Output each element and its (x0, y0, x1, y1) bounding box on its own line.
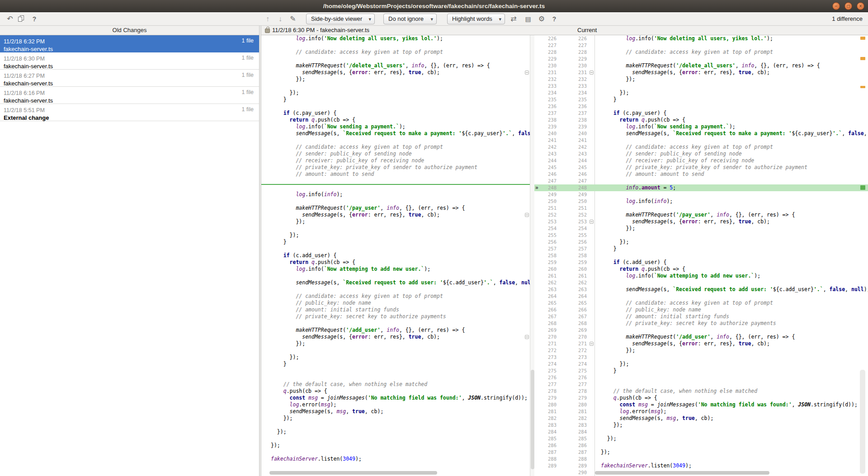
line-number: 231 (566, 69, 587, 76)
fold-marker[interactable] (590, 342, 594, 346)
code-line: log.info(`Now attemping to add new user.… (261, 266, 534, 273)
line-number: 270 (566, 334, 587, 340)
code-line: if (c.add_user) { (261, 252, 534, 259)
line-number: 283 (536, 422, 557, 429)
line-number: 275 (566, 368, 587, 374)
previous-difference-icon[interactable]: ↑ (262, 14, 273, 24)
code-line: q.push(cb => { (595, 395, 868, 401)
code-line: makeHTTPRequest('/add_user', info, {}, (… (595, 334, 868, 340)
line-number: 228 (536, 49, 557, 56)
error-stripe[interactable] (859, 35, 868, 476)
close-button[interactable]: × (857, 2, 864, 10)
history-item[interactable]: 11/2/18 5:51 PM1 fileExternal change (0, 104, 259, 121)
code-line (261, 184, 534, 191)
line-number: 254 (566, 225, 587, 232)
line-number: 237 (536, 110, 557, 117)
code-line (261, 42, 534, 49)
code-line: log.info('Now deleting all users, yikes … (261, 35, 534, 42)
diff-toolbar: ↶ ? ↑ ↓ ✎ Side-by-side viewer ▾ Do not i… (0, 12, 868, 26)
line-number: 242 (536, 144, 557, 151)
code-line (261, 103, 534, 110)
code-line (261, 178, 534, 184)
right-editor-horizontal-scrollbar[interactable] (595, 471, 769, 475)
copy-revision-icon[interactable] (18, 15, 25, 22)
code-line (595, 205, 868, 212)
line-number: 253 (536, 218, 557, 225)
code-line: sendMessage(s, `Received request to add … (595, 286, 868, 293)
stripe-warning-mark[interactable] (860, 57, 865, 60)
line-number: 226 (536, 35, 557, 42)
undo-icon[interactable]: ↶ (5, 14, 15, 24)
window-title: /home/oleg/WebstormProjects/oresoftware/… (0, 0, 868, 12)
fold-marker[interactable] (525, 213, 529, 217)
code-line (595, 456, 868, 462)
fold-marker[interactable] (525, 335, 529, 339)
scrollbar-thumb[interactable] (531, 370, 534, 469)
code-line (595, 56, 868, 62)
history-item[interactable]: 11/2/18 6:32 PM1 filefakechain-server.ts (0, 35, 259, 52)
next-difference-icon[interactable]: ↓ (275, 14, 286, 24)
gear-icon[interactable]: ⚙ (536, 14, 547, 24)
line-number: 248 (536, 184, 557, 191)
old-version-editor[interactable]: log.info('Now deleting all users, yikes … (261, 35, 534, 476)
code-line: sendMessage(s, {error: err, res}, true, … (595, 340, 868, 347)
history-item-time: 11/2/18 6:16 PM (4, 90, 45, 96)
help-icon[interactable]: ? (29, 14, 40, 24)
line-number: 258 (536, 252, 557, 259)
line-number: 257 (566, 245, 587, 252)
minimize-button[interactable]: − (832, 2, 840, 10)
line-number: 235 (566, 96, 587, 103)
window-controls: − □ × (832, 2, 864, 10)
code-line (261, 83, 534, 90)
line-number: 263 (536, 286, 557, 293)
whitespace-ignore-value: Do not ignore (388, 15, 424, 22)
whitespace-ignore-dropdown[interactable]: Do not ignore ▾ (383, 14, 437, 24)
left-pane-title: 11/2/18 6:30 PM - fakechain-server.ts (272, 26, 369, 35)
line-number: 253 (566, 218, 587, 225)
page-shape (18, 17, 22, 22)
code-line: }); (595, 361, 868, 368)
line-number: 279 (566, 395, 587, 401)
edit-icon[interactable]: ✎ (288, 14, 298, 24)
stripe-insertion-mark[interactable] (860, 185, 865, 190)
line-number: 279 (536, 395, 557, 401)
history-item[interactable]: 11/2/18 6:27 PM1 filefakechain-server.ts (0, 70, 259, 87)
line-number: 256 (536, 239, 557, 245)
fold-marker[interactable] (590, 71, 594, 75)
history-item-filename: fakechain-server.ts (4, 63, 255, 70)
help-icon[interactable]: ? (549, 14, 560, 24)
left-editor-horizontal-scrollbar[interactable] (269, 471, 437, 475)
current-version-editor[interactable]: log.info('Now deleting all users, yikes … (595, 35, 868, 476)
left-editor-vertical-scrollbar[interactable] (530, 35, 534, 476)
code-line (261, 462, 534, 469)
history-item[interactable]: 11/2/18 6:16 PM1 filefakechain-server.ts (0, 87, 259, 104)
fold-marker[interactable] (525, 71, 529, 75)
stripe-warning-mark[interactable] (860, 37, 865, 40)
collapse-unchanged-icon[interactable]: ⇄ (508, 14, 519, 24)
code-line (595, 191, 868, 198)
highlight-mode-dropdown[interactable]: Highlight words ▾ (447, 14, 505, 24)
code-line: return q.push(cb => { (261, 117, 534, 123)
maximize-button[interactable]: □ (844, 2, 852, 10)
fold-marker[interactable] (590, 220, 594, 224)
code-line: // candidate: access key given at top of… (595, 49, 868, 56)
line-number: 248 (566, 184, 587, 191)
stripe-warning-mark[interactable] (860, 86, 865, 88)
history-item[interactable]: 11/2/18 6:30 PM1 filefakechain-server.ts (0, 52, 259, 70)
line-number: 262 (536, 279, 557, 286)
line-number: 229 (566, 56, 587, 62)
code-line: }); (595, 449, 868, 456)
code-line: log.info(`Now sending a payment.`); (261, 123, 534, 130)
line-number: 233 (566, 83, 587, 90)
diff-pane-headers: 11/2/18 6:30 PM - fakechain-server.ts Cu… (261, 26, 868, 35)
code-line (595, 381, 868, 388)
line-number: 237 (566, 110, 587, 117)
scrollbar-thumb[interactable] (860, 370, 865, 474)
panel-layout-icon[interactable]: ▤ (523, 14, 533, 24)
line-number: 261 (566, 273, 587, 279)
code-line: log.error(msg); (595, 408, 868, 415)
code-line: } (595, 96, 868, 103)
line-number: 259 (536, 259, 557, 266)
viewer-mode-dropdown[interactable]: Side-by-side viewer ▾ (306, 14, 375, 24)
code-line: }); (261, 429, 534, 435)
